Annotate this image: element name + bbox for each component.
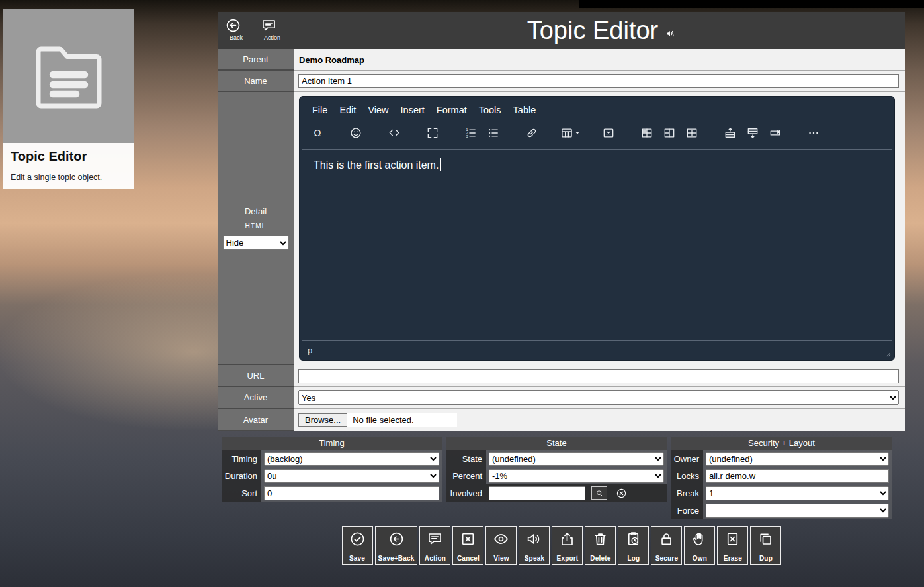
speak-button[interactable]: Speak — [519, 526, 550, 565]
view-button[interactable]: View — [485, 526, 517, 565]
browse-button[interactable]: Browse... — [298, 413, 347, 427]
break-row: Break 1 — [671, 484, 892, 502]
state-group: State State (undefined) Percent -1% Invo… — [446, 437, 667, 502]
card-title: Topic Editor — [11, 149, 126, 164]
page-title: Topic Editor — [527, 17, 659, 45]
card-image — [3, 9, 134, 143]
export-button[interactable]: Export — [552, 526, 583, 565]
parent-label: Parent — [218, 49, 294, 71]
ordered-list-button[interactable] — [460, 122, 482, 144]
editor-menu-file[interactable]: File — [306, 101, 333, 118]
folder-icon — [25, 36, 112, 116]
editor-content[interactable]: This is the first action item. — [302, 149, 892, 341]
cancel-label: Cancel — [457, 555, 480, 562]
panel-header: Back Action Topic Editor — [218, 12, 905, 49]
topic-editor-card: Topic Editor Edit a single topic object. — [3, 9, 134, 189]
fullscreen-button[interactable] — [421, 122, 444, 144]
locks-label: Locks — [671, 467, 703, 484]
avatar-label: Avatar — [218, 409, 294, 431]
unordered-list-button[interactable] — [482, 122, 505, 144]
detail-visibility-select[interactable]: Hide — [223, 236, 289, 250]
cancel-button[interactable]: Cancel — [452, 526, 483, 565]
insert-row-above-button[interactable] — [719, 122, 741, 144]
involved-label: Involved — [446, 484, 486, 502]
involved-input[interactable] — [489, 486, 585, 500]
table-cell-props-button[interactable] — [636, 122, 658, 144]
insert-row-below-button[interactable] — [741, 122, 764, 144]
link-button[interactable] — [521, 122, 543, 144]
timing-select[interactable]: (backlog) — [264, 452, 439, 466]
editor-menu-insert[interactable]: Insert — [395, 101, 431, 118]
action-label: Action — [425, 555, 446, 562]
emoticon-icon — [349, 126, 362, 140]
insert-table-button[interactable] — [559, 122, 581, 144]
url-label: URL — [218, 365, 294, 387]
log-button[interactable]: Log — [618, 526, 649, 565]
delete-row-button[interactable] — [764, 122, 786, 144]
file-status-text: No file selected. — [347, 413, 457, 427]
save-button[interactable]: Save — [342, 526, 373, 565]
table-merge-cells-icon — [663, 126, 676, 140]
break-select[interactable]: 1 — [706, 486, 889, 500]
editor-menu-tools[interactable]: Tools — [473, 101, 507, 118]
url-input[interactable] — [298, 369, 899, 383]
insert-row-above-icon — [724, 126, 737, 140]
dup-button[interactable]: Dup — [750, 526, 781, 565]
state-row: State (undefined) — [446, 450, 667, 467]
editor-toolbar — [300, 118, 894, 149]
source-code-button[interactable] — [383, 122, 405, 144]
emoticon-button[interactable] — [345, 122, 367, 144]
duration-select[interactable]: 0u — [264, 469, 439, 483]
editor-statusbar: p — [300, 341, 894, 360]
editor-menu-view[interactable]: View — [362, 101, 394, 118]
more-options-button[interactable] — [802, 122, 825, 144]
table-merge-cells-button[interactable] — [658, 122, 681, 144]
involved-clear-button[interactable] — [613, 486, 629, 500]
avatar-row: Avatar Browse... No file selected. — [218, 409, 905, 431]
editor-menu-format[interactable]: Format — [431, 101, 473, 118]
element-path[interactable]: p — [308, 345, 312, 355]
resize-handle-icon[interactable] — [883, 349, 892, 357]
own-button[interactable]: Own — [684, 526, 715, 565]
speaker-icon[interactable] — [665, 28, 675, 39]
code-icon — [388, 126, 401, 140]
owner-select[interactable]: (undefined) — [706, 452, 889, 466]
save-back-button[interactable]: Save+Back — [375, 526, 418, 565]
involved-search-button[interactable] — [591, 486, 607, 500]
delete-row-icon — [769, 126, 782, 140]
export-icon — [559, 531, 575, 547]
action-button[interactable]: Action — [257, 17, 280, 41]
percent-select[interactable]: -1% — [489, 469, 664, 483]
delete-button[interactable]: Delete — [585, 526, 616, 565]
omega-icon — [311, 126, 324, 140]
owner-row: Owner (undefined) — [671, 450, 892, 467]
sort-input[interactable] — [264, 486, 439, 500]
text-cursor — [440, 158, 441, 171]
link-icon — [525, 126, 538, 140]
action-toolbar-button[interactable]: Action — [419, 526, 450, 565]
locks-row: Locks — [671, 467, 892, 484]
parent-value: Demo Roadmap — [299, 55, 364, 65]
table-split-cell-button[interactable] — [681, 122, 703, 144]
name-row: Name — [218, 71, 905, 92]
secure-button[interactable]: Secure — [651, 526, 682, 565]
active-label: Active — [218, 387, 294, 409]
active-select[interactable]: Yes — [298, 390, 899, 405]
state-select[interactable]: (undefined) — [489, 452, 664, 466]
erase-button[interactable]: Erase — [717, 526, 748, 565]
security-layout-group: Security + Layout Owner (undefined) Lock… — [671, 437, 892, 519]
force-row: Force — [671, 502, 892, 519]
locks-input[interactable] — [706, 469, 889, 483]
erase-icon — [724, 531, 741, 547]
name-input[interactable] — [298, 74, 899, 88]
topic-editor-panel: Back Action Topic Editor Parent Demo Roa… — [218, 12, 905, 431]
editor-menu-edit[interactable]: Edit — [333, 101, 362, 118]
back-button[interactable]: Back — [223, 17, 243, 41]
editor-menu-table[interactable]: Table — [507, 101, 542, 118]
speaker-icon — [526, 531, 542, 547]
table-cell-props-icon — [640, 126, 653, 140]
force-select[interactable] — [706, 504, 889, 518]
top-black-strip — [579, 0, 924, 8]
delete-table-button[interactable] — [597, 122, 620, 144]
special-char-button[interactable] — [306, 122, 329, 144]
